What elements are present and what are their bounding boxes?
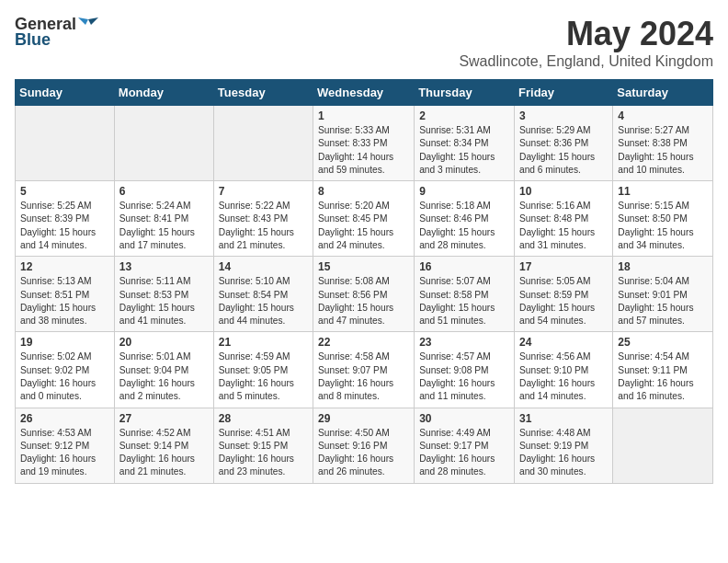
calendar-cell: 21Sunrise: 4:59 AM Sunset: 9:05 PM Dayli… <box>213 332 313 408</box>
calendar-cell: 26Sunrise: 4:53 AM Sunset: 9:12 PM Dayli… <box>16 408 115 483</box>
week-row-3: 12Sunrise: 5:13 AM Sunset: 8:51 PM Dayli… <box>16 257 713 332</box>
day-info: Sunrise: 5:05 AM Sunset: 8:59 PM Dayligh… <box>519 275 608 327</box>
calendar-cell <box>213 106 313 181</box>
day-info: Sunrise: 5:27 AM Sunset: 8:38 PM Dayligh… <box>618 124 708 177</box>
header-cell-thursday: Thursday <box>415 80 515 106</box>
day-info: Sunrise: 5:01 AM Sunset: 9:04 PM Dayligh… <box>119 350 209 403</box>
day-number: 21 <box>219 336 308 349</box>
logo: General Blue <box>15 15 98 50</box>
calendar-cell <box>114 106 213 181</box>
calendar-cell: 9Sunrise: 5:18 AM Sunset: 8:46 PM Daylig… <box>415 181 515 257</box>
calendar-cell: 24Sunrise: 4:56 AM Sunset: 9:10 PM Dayli… <box>515 332 613 408</box>
week-row-2: 5Sunrise: 5:25 AM Sunset: 8:39 PM Daylig… <box>16 181 713 257</box>
calendar-cell <box>613 408 713 483</box>
day-number: 6 <box>119 185 209 198</box>
day-info: Sunrise: 5:02 AM Sunset: 9:02 PM Dayligh… <box>20 350 109 403</box>
calendar-cell: 27Sunrise: 4:52 AM Sunset: 9:14 PM Dayli… <box>114 408 213 483</box>
day-number: 4 <box>618 109 708 122</box>
day-info: Sunrise: 5:20 AM Sunset: 8:45 PM Dayligh… <box>318 200 409 252</box>
day-number: 7 <box>219 185 308 198</box>
calendar-cell: 16Sunrise: 5:07 AM Sunset: 8:58 PM Dayli… <box>415 257 515 332</box>
calendar-cell: 2Sunrise: 5:31 AM Sunset: 8:34 PM Daylig… <box>415 106 515 181</box>
day-info: Sunrise: 4:57 AM Sunset: 9:08 PM Dayligh… <box>419 350 509 403</box>
calendar-cell: 7Sunrise: 5:22 AM Sunset: 8:43 PM Daylig… <box>213 181 313 257</box>
calendar-cell: 13Sunrise: 5:11 AM Sunset: 8:53 PM Dayli… <box>114 257 213 332</box>
day-info: Sunrise: 5:07 AM Sunset: 8:58 PM Dayligh… <box>419 275 509 327</box>
calendar-cell: 19Sunrise: 5:02 AM Sunset: 9:02 PM Dayli… <box>16 332 115 408</box>
day-info: Sunrise: 5:25 AM Sunset: 8:39 PM Dayligh… <box>20 200 109 252</box>
calendar-cell <box>16 106 115 181</box>
day-number: 2 <box>419 109 509 122</box>
day-info: Sunrise: 4:51 AM Sunset: 9:15 PM Dayligh… <box>219 427 308 479</box>
calendar-cell: 4Sunrise: 5:27 AM Sunset: 8:38 PM Daylig… <box>613 106 713 181</box>
day-info: Sunrise: 5:11 AM Sunset: 8:53 PM Dayligh… <box>119 275 209 327</box>
calendar-cell: 28Sunrise: 4:51 AM Sunset: 9:15 PM Dayli… <box>213 408 313 483</box>
day-info: Sunrise: 4:59 AM Sunset: 9:05 PM Dayligh… <box>219 350 308 403</box>
page-header: General Blue May 2024 Swadlincote, Engla… <box>15 15 713 70</box>
day-info: Sunrise: 5:08 AM Sunset: 8:56 PM Dayligh… <box>318 275 409 327</box>
week-row-5: 26Sunrise: 4:53 AM Sunset: 9:12 PM Dayli… <box>16 408 713 483</box>
day-number: 28 <box>219 412 308 425</box>
day-number: 1 <box>318 109 409 122</box>
calendar-cell: 31Sunrise: 4:48 AM Sunset: 9:19 PM Dayli… <box>515 408 613 483</box>
day-number: 19 <box>20 336 109 349</box>
day-info: Sunrise: 4:48 AM Sunset: 9:19 PM Dayligh… <box>519 427 608 479</box>
day-number: 15 <box>318 260 409 273</box>
week-row-4: 19Sunrise: 5:02 AM Sunset: 9:02 PM Dayli… <box>16 332 713 408</box>
header-cell-saturday: Saturday <box>613 80 713 106</box>
day-number: 12 <box>20 260 109 273</box>
week-row-1: 1Sunrise: 5:33 AM Sunset: 8:33 PM Daylig… <box>16 106 713 181</box>
day-info: Sunrise: 5:04 AM Sunset: 9:01 PM Dayligh… <box>618 275 708 327</box>
day-number: 30 <box>419 412 509 425</box>
calendar-cell: 20Sunrise: 5:01 AM Sunset: 9:04 PM Dayli… <box>114 332 213 408</box>
logo-blue-text: Blue <box>15 30 51 50</box>
day-number: 25 <box>618 336 708 349</box>
header-row: SundayMondayTuesdayWednesdayThursdayFrid… <box>16 80 713 106</box>
calendar-cell: 23Sunrise: 4:57 AM Sunset: 9:08 PM Dayli… <box>415 332 515 408</box>
day-info: Sunrise: 5:24 AM Sunset: 8:41 PM Dayligh… <box>119 200 209 252</box>
day-info: Sunrise: 5:31 AM Sunset: 8:34 PM Dayligh… <box>419 124 509 177</box>
header-cell-sunday: Sunday <box>16 80 115 106</box>
header-cell-monday: Monday <box>114 80 213 106</box>
day-number: 9 <box>419 185 509 198</box>
calendar-cell: 12Sunrise: 5:13 AM Sunset: 8:51 PM Dayli… <box>16 257 115 332</box>
day-info: Sunrise: 4:49 AM Sunset: 9:17 PM Dayligh… <box>419 427 509 479</box>
day-number: 11 <box>618 185 708 198</box>
day-number: 18 <box>618 260 708 273</box>
calendar-cell: 6Sunrise: 5:24 AM Sunset: 8:41 PM Daylig… <box>114 181 213 257</box>
day-info: Sunrise: 5:29 AM Sunset: 8:36 PM Dayligh… <box>519 124 608 177</box>
day-info: Sunrise: 5:33 AM Sunset: 8:33 PM Dayligh… <box>318 124 409 177</box>
day-number: 16 <box>419 260 509 273</box>
calendar-cell: 5Sunrise: 5:25 AM Sunset: 8:39 PM Daylig… <box>16 181 115 257</box>
svg-marker-1 <box>78 17 88 25</box>
header-cell-tuesday: Tuesday <box>213 80 313 106</box>
svg-marker-0 <box>88 17 98 25</box>
day-info: Sunrise: 4:52 AM Sunset: 9:14 PM Dayligh… <box>119 427 209 479</box>
calendar-cell: 18Sunrise: 5:04 AM Sunset: 9:01 PM Dayli… <box>613 257 713 332</box>
day-number: 17 <box>519 260 608 273</box>
day-number: 24 <box>519 336 608 349</box>
calendar-cell: 11Sunrise: 5:15 AM Sunset: 8:50 PM Dayli… <box>613 181 713 257</box>
day-info: Sunrise: 4:58 AM Sunset: 9:07 PM Dayligh… <box>318 350 409 403</box>
calendar-cell: 17Sunrise: 5:05 AM Sunset: 8:59 PM Dayli… <box>515 257 613 332</box>
calendar-cell: 29Sunrise: 4:50 AM Sunset: 9:16 PM Dayli… <box>313 408 415 483</box>
header-cell-wednesday: Wednesday <box>313 80 415 106</box>
calendar-cell: 14Sunrise: 5:10 AM Sunset: 8:54 PM Dayli… <box>213 257 313 332</box>
day-info: Sunrise: 5:16 AM Sunset: 8:48 PM Dayligh… <box>519 200 608 252</box>
calendar-cell: 8Sunrise: 5:20 AM Sunset: 8:45 PM Daylig… <box>313 181 415 257</box>
day-number: 10 <box>519 185 608 198</box>
day-info: Sunrise: 5:10 AM Sunset: 8:54 PM Dayligh… <box>219 275 308 327</box>
day-number: 20 <box>119 336 209 349</box>
calendar-cell: 22Sunrise: 4:58 AM Sunset: 9:07 PM Dayli… <box>313 332 415 408</box>
day-number: 14 <box>219 260 308 273</box>
day-number: 23 <box>419 336 509 349</box>
calendar-title: May 2024 <box>459 15 713 53</box>
day-info: Sunrise: 4:50 AM Sunset: 9:16 PM Dayligh… <box>318 427 409 479</box>
calendar-cell: 15Sunrise: 5:08 AM Sunset: 8:56 PM Dayli… <box>313 257 415 332</box>
logo-bird-icon <box>78 17 98 32</box>
day-info: Sunrise: 4:53 AM Sunset: 9:12 PM Dayligh… <box>20 427 109 479</box>
day-number: 31 <box>519 412 608 425</box>
day-info: Sunrise: 5:22 AM Sunset: 8:43 PM Dayligh… <box>219 200 308 252</box>
day-info: Sunrise: 4:54 AM Sunset: 9:11 PM Dayligh… <box>618 350 708 403</box>
day-number: 3 <box>519 109 608 122</box>
